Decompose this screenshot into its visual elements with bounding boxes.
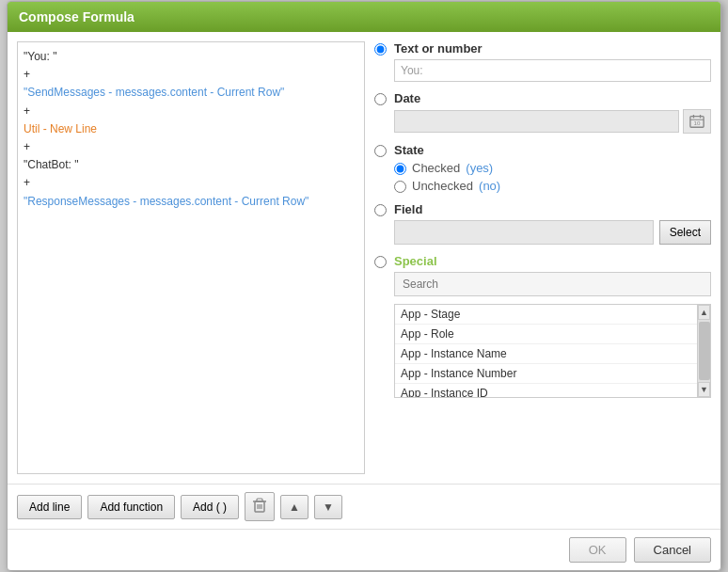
formula-line-7: "ChatBot: " <box>24 156 358 174</box>
list-item[interactable]: App - Stage <box>395 305 697 325</box>
calendar-icon: 10 <box>689 113 704 130</box>
field-content: Field Select <box>394 202 711 245</box>
list-item[interactable]: App - Instance ID <box>395 384 697 398</box>
formula-editor[interactable]: "You: " + "SendMessages - messages.conte… <box>17 41 365 474</box>
text-or-number-radio[interactable] <box>374 43 387 56</box>
add-function-button[interactable]: Add function <box>87 495 175 519</box>
special-label: Special <box>394 254 437 268</box>
text-or-number-label: Text or number <box>394 41 711 56</box>
date-radio[interactable] <box>374 93 387 105</box>
special-search-input[interactable] <box>394 272 711 296</box>
special-content: Special App - Stage App - Role App - Ins… <box>394 254 711 398</box>
text-or-number-content: Text or number <box>394 41 711 82</box>
state-option: State Checked (yes) Unchecked (no) <box>374 143 711 193</box>
right-panel: Text or number Date <box>374 41 711 474</box>
move-down-button[interactable]: ▼ <box>314 495 342 519</box>
field-option: Field Select <box>374 202 711 245</box>
formula-line-8: + <box>24 174 358 192</box>
trash-icon <box>253 498 266 513</box>
special-radio[interactable] <box>374 256 387 268</box>
select-button[interactable]: Select <box>659 220 711 245</box>
formula-line-2: + <box>24 66 358 84</box>
scroll-thumb <box>699 322 710 380</box>
checked-radio[interactable] <box>394 163 406 175</box>
unchecked-row: Unchecked (no) <box>394 179 711 193</box>
formula-line-9: "ResponseMessages - messages.content - C… <box>24 193 358 211</box>
move-up-button[interactable]: ▲ <box>280 495 309 519</box>
special-option: Special App - Stage App - Role App - Ins… <box>374 254 711 398</box>
list-item[interactable]: App - Role <box>395 325 697 344</box>
scroll-down-button[interactable]: ▼ <box>698 382 710 397</box>
field-input[interactable] <box>394 220 654 245</box>
ok-button[interactable]: OK <box>569 537 626 563</box>
text-or-number-option: Text or number <box>374 41 711 82</box>
field-radio[interactable] <box>374 204 387 216</box>
checked-yes-value: (yes) <box>466 161 493 175</box>
formula-line-3: "SendMessages - messages.content - Curre… <box>24 84 358 102</box>
field-row: Select <box>394 220 711 245</box>
scrollbar: ▲ ▼ <box>698 304 711 398</box>
list-item[interactable]: App - Instance Name <box>395 344 697 364</box>
calendar-button[interactable]: 10 <box>683 109 711 134</box>
special-list-container: App - Stage App - Role App - Instance Na… <box>394 304 711 398</box>
formula-line-1: "You: " <box>24 48 358 66</box>
add-paren-button[interactable]: Add ( ) <box>181 495 239 519</box>
date-content: Date 10 <box>394 91 711 134</box>
add-line-button[interactable]: Add line <box>17 495 82 519</box>
date-option: Date 10 <box>374 91 711 134</box>
dialog-header: Compose Formula <box>8 2 720 32</box>
checked-label: Checked <box>412 161 460 175</box>
dialog-body: "You: " + "SendMessages - messages.conte… <box>8 32 720 484</box>
compose-formula-dialog: Compose Formula "You: " + "SendMessages … <box>7 1 721 571</box>
unchecked-radio[interactable] <box>394 181 406 193</box>
field-label: Field <box>394 202 711 216</box>
unchecked-no-value: (no) <box>479 179 500 193</box>
state-content: State Checked (yes) Unchecked (no) <box>394 143 711 193</box>
svg-text:10: 10 <box>693 119 700 126</box>
scroll-up-button[interactable]: ▲ <box>698 305 710 320</box>
dialog-footer: OK Cancel <box>8 529 720 570</box>
state-options: Checked (yes) Unchecked (no) <box>394 161 711 193</box>
delete-button[interactable] <box>245 492 275 521</box>
checked-row: Checked (yes) <box>394 161 711 175</box>
text-or-number-input[interactable] <box>394 59 711 82</box>
dialog-title: Compose Formula <box>19 9 135 24</box>
formula-line-6: + <box>24 138 358 156</box>
bottom-toolbar: Add line Add function Add ( ) ▲ ▼ <box>8 484 720 529</box>
date-input[interactable] <box>394 110 679 133</box>
date-row: 10 <box>394 109 711 134</box>
list-item[interactable]: App - Instance Number <box>395 364 697 384</box>
state-radio[interactable] <box>374 145 387 157</box>
unchecked-label: Unchecked <box>412 179 473 193</box>
state-label: State <box>394 143 711 157</box>
formula-line-4: + <box>24 103 358 120</box>
special-list[interactable]: App - Stage App - Role App - Instance Na… <box>394 304 698 398</box>
date-label: Date <box>394 91 711 105</box>
formula-line-5: Util - New Line <box>24 120 358 138</box>
cancel-button[interactable]: Cancel <box>634 537 711 563</box>
left-panel: "You: " + "SendMessages - messages.conte… <box>17 41 365 474</box>
